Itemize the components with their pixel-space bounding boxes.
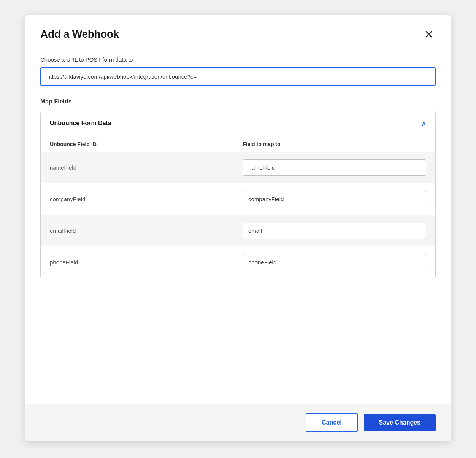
modal-title: Add a Webhook	[40, 28, 119, 40]
webhook-url-input[interactable]	[40, 67, 436, 86]
field-id-label-phonefield: phoneField	[50, 259, 233, 266]
field-map-column-header: Field to map to	[243, 141, 426, 147]
save-changes-button[interactable]: Save Changes	[364, 414, 436, 431]
field-map-input-phonefield[interactable]	[243, 254, 426, 270]
close-button[interactable]	[422, 27, 436, 41]
field-id-label-companyfield: companyField	[50, 196, 233, 202]
url-section-label: Choose a URL to POST form data to	[40, 56, 436, 63]
close-icon	[424, 29, 434, 40]
modal-body: Choose a URL to POST form data to Map Fi…	[25, 50, 451, 404]
fields-table: Unbounce Field ID Field to map to nameFi…	[41, 135, 435, 278]
field-map-input-namefield[interactable]	[243, 159, 426, 176]
field-id-label-namefield: nameField	[50, 164, 233, 171]
modal-container: Add a Webhook Choose a URL to POST form …	[25, 15, 451, 441]
field-map-input-emailfield[interactable]	[243, 223, 426, 239]
map-fields-label: Map Fields	[40, 98, 436, 105]
field-row-companyfield: companyField	[41, 183, 435, 215]
cancel-button[interactable]: Cancel	[306, 413, 357, 432]
modal-footer: Cancel Save Changes	[25, 404, 451, 441]
form-data-title: Unbounce Form Data	[50, 120, 111, 127]
field-map-input-companyfield[interactable]	[243, 191, 426, 207]
field-row-phonefield: phoneField	[41, 246, 435, 278]
field-row-emailfield: emailField	[41, 215, 435, 246]
field-id-label-emailfield: emailField	[50, 227, 233, 234]
fields-header-row: Unbounce Field ID Field to map to	[50, 135, 426, 152]
modal-header: Add a Webhook	[25, 15, 451, 50]
field-id-column-header: Unbounce Field ID	[50, 141, 233, 147]
form-data-header[interactable]: Unbounce Form Data ∧	[41, 111, 435, 135]
chevron-up-icon: ∧	[421, 119, 426, 127]
modal-overlay: Add a Webhook Choose a URL to POST form …	[0, 0, 476, 458]
form-data-card: Unbounce Form Data ∧ Unbounce Field ID F…	[40, 111, 436, 278]
field-row-namefield: nameField	[41, 152, 435, 183]
